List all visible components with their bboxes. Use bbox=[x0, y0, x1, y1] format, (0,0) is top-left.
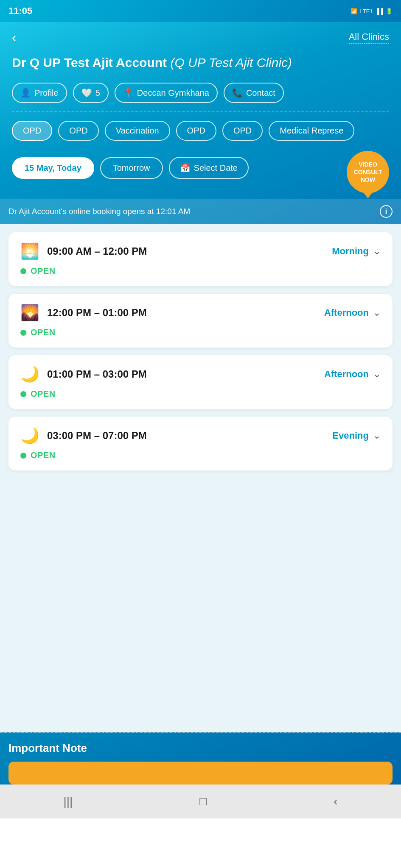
slot-left-afternoon-2: 🌙 01:00 PM – 03:00 PM bbox=[20, 365, 147, 383]
evening-chevron-icon: ⌄ bbox=[373, 430, 381, 441]
select-date-button[interactable]: 📅 Select Date bbox=[169, 157, 249, 179]
likes-chip[interactable]: 🤍 5 bbox=[73, 83, 109, 103]
main-content: 🌅 09:00 AM – 12:00 PM Morning ⌄ OPEN 🌄 1… bbox=[0, 224, 401, 732]
category-opd-1[interactable]: OPD bbox=[12, 121, 52, 141]
status-time: 11:05 bbox=[8, 6, 32, 17]
slot-card-afternoon-1[interactable]: 🌄 12:00 PM – 01:00 PM Afternoon ⌄ OPEN bbox=[8, 294, 393, 348]
evening-time: 03:00 PM – 07:00 PM bbox=[47, 430, 147, 442]
slot-header-evening: 🌙 03:00 PM – 07:00 PM Evening ⌄ bbox=[20, 427, 381, 445]
evening-open-dot bbox=[20, 453, 26, 459]
important-note-bar bbox=[8, 762, 393, 785]
likes-count: 5 bbox=[95, 88, 100, 98]
profile-chip[interactable]: 👤 Profile bbox=[12, 83, 67, 103]
category-medical[interactable]: Medical Represe bbox=[269, 121, 354, 141]
all-clinics-link[interactable]: All Clinics bbox=[349, 31, 389, 44]
tomorrow-button[interactable]: Tomorrow bbox=[100, 157, 163, 179]
clinic-name: (Q UP Test Ajit Clinic) bbox=[170, 56, 292, 70]
slot-left-evening: 🌙 03:00 PM – 07:00 PM bbox=[20, 427, 147, 445]
slot-right-afternoon-1[interactable]: Afternoon ⌄ bbox=[324, 307, 381, 318]
separator-1 bbox=[12, 111, 389, 112]
afternoon-2-label: Afternoon bbox=[324, 369, 369, 380]
morning-open-dot bbox=[20, 268, 26, 274]
afternoon-1-time: 12:00 PM – 01:00 PM bbox=[47, 307, 147, 319]
morning-label: Morning bbox=[332, 246, 369, 257]
status-icons: 📶 LTE1 ▐▐ 🔋 bbox=[351, 8, 393, 14]
slot-left-afternoon-1: 🌄 12:00 PM – 01:00 PM bbox=[20, 304, 147, 322]
category-vaccination[interactable]: Vaccination bbox=[105, 121, 170, 141]
category-opd-4[interactable]: OPD bbox=[222, 121, 263, 141]
battery-icon: 🔋 bbox=[386, 8, 393, 14]
date-row: 15 May, Today Tomorrow 📅 Select Date bbox=[12, 157, 249, 179]
video-consult-label: VIDEOCONSULTNOW bbox=[354, 161, 382, 184]
afternoon-1-label: Afternoon bbox=[324, 307, 369, 318]
booking-info-bar: Dr Ajit Account's online booking opens a… bbox=[0, 199, 401, 224]
recents-button[interactable]: ||| bbox=[63, 795, 73, 808]
evening-status: OPEN bbox=[20, 451, 381, 460]
location-label: Deccan Gymkhana bbox=[137, 88, 209, 98]
heart-icon: 🤍 bbox=[81, 88, 92, 98]
afternoon-2-open-text: OPEN bbox=[31, 389, 56, 399]
morning-icon: 🌅 bbox=[20, 242, 39, 260]
nav-row: ‹ All Clinics bbox=[12, 31, 389, 44]
morning-open-text: OPEN bbox=[31, 266, 56, 276]
select-date-label: Select Date bbox=[194, 163, 238, 173]
slot-right-morning[interactable]: Morning ⌄ bbox=[332, 246, 381, 257]
category-pills: OPD OPD Vaccination OPD OPD Medical Repr… bbox=[12, 121, 389, 141]
wifi-icon: 📶 bbox=[351, 8, 357, 14]
afternoon-2-icon: 🌙 bbox=[20, 365, 39, 383]
contact-label: Contact bbox=[246, 88, 275, 98]
phone-icon: 📞 bbox=[232, 88, 243, 98]
evening-icon: 🌙 bbox=[20, 427, 39, 445]
evening-open-text: OPEN bbox=[31, 451, 56, 460]
booking-info-text: Dr Ajit Account's online booking opens a… bbox=[8, 207, 190, 216]
home-button[interactable]: □ bbox=[199, 795, 207, 808]
important-note-title: Important Note bbox=[8, 742, 393, 755]
location-chip[interactable]: 📍 Deccan Gymkhana bbox=[115, 83, 218, 103]
morning-status: OPEN bbox=[20, 266, 381, 276]
contact-chip[interactable]: 📞 Contact bbox=[224, 83, 284, 103]
slot-header-afternoon-2: 🌙 01:00 PM – 03:00 PM Afternoon ⌄ bbox=[20, 365, 381, 383]
slot-header-afternoon-1: 🌄 12:00 PM – 01:00 PM Afternoon ⌄ bbox=[20, 304, 381, 322]
calendar-icon: 📅 bbox=[180, 163, 191, 173]
slot-card-evening[interactable]: 🌙 03:00 PM – 07:00 PM Evening ⌄ OPEN bbox=[8, 417, 393, 470]
doctor-title: Dr Q UP Test Ajit Account (Q UP Test Aji… bbox=[12, 54, 389, 71]
slot-card-morning[interactable]: 🌅 09:00 AM – 12:00 PM Morning ⌄ OPEN bbox=[8, 232, 393, 286]
chips-row: 👤 Profile 🤍 5 📍 Deccan Gymkhana 📞 Contac… bbox=[12, 83, 389, 103]
back-button[interactable]: ‹ bbox=[12, 31, 17, 44]
video-consult-button[interactable]: VIDEOCONSULTNOW bbox=[347, 151, 389, 193]
afternoon-2-open-dot bbox=[20, 391, 26, 397]
network-label: LTE1 bbox=[360, 8, 373, 14]
slot-right-afternoon-2[interactable]: Afternoon ⌄ bbox=[324, 369, 381, 380]
morning-chevron-icon: ⌄ bbox=[373, 246, 381, 257]
status-bar: 11:05 📶 LTE1 ▐▐ 🔋 bbox=[0, 0, 401, 22]
morning-time: 09:00 AM – 12:00 PM bbox=[47, 245, 147, 257]
slot-header-morning: 🌅 09:00 AM – 12:00 PM Morning ⌄ bbox=[20, 242, 381, 260]
slot-card-afternoon-2[interactable]: 🌙 01:00 PM – 03:00 PM Afternoon ⌄ OPEN bbox=[8, 355, 393, 409]
location-icon: 📍 bbox=[123, 88, 134, 98]
bottom-navigation: ||| □ ‹ bbox=[0, 785, 401, 818]
header: ‹ All Clinics Dr Q UP Test Ajit Account … bbox=[0, 22, 401, 224]
profile-icon: 👤 bbox=[20, 88, 31, 98]
afternoon-1-open-dot bbox=[20, 330, 26, 336]
afternoon-2-chevron-icon: ⌄ bbox=[373, 369, 381, 380]
profile-label: Profile bbox=[34, 88, 59, 98]
slot-left-morning: 🌅 09:00 AM – 12:00 PM bbox=[20, 242, 147, 260]
afternoon-1-chevron-icon: ⌄ bbox=[373, 307, 381, 318]
doctor-name: Dr Q UP Test Ajit Account bbox=[12, 56, 167, 70]
today-button[interactable]: 15 May, Today bbox=[12, 157, 94, 179]
afternoon-2-status: OPEN bbox=[20, 389, 381, 399]
date-video-row: 15 May, Today Tomorrow 📅 Select Date VID… bbox=[12, 151, 389, 193]
info-icon-button[interactable]: i bbox=[380, 205, 393, 218]
afternoon-1-status: OPEN bbox=[20, 328, 381, 337]
afternoon-2-time: 01:00 PM – 03:00 PM bbox=[47, 368, 147, 380]
slot-right-evening[interactable]: Evening ⌄ bbox=[332, 430, 381, 441]
category-opd-2[interactable]: OPD bbox=[58, 121, 98, 141]
important-note-section: Important Note bbox=[0, 732, 401, 785]
afternoon-1-icon: 🌄 bbox=[20, 304, 39, 322]
back-nav-button[interactable]: ‹ bbox=[334, 795, 337, 808]
category-opd-3[interactable]: OPD bbox=[176, 121, 216, 141]
signal-icon: ▐▐ bbox=[376, 8, 383, 14]
afternoon-1-open-text: OPEN bbox=[31, 328, 56, 337]
evening-label: Evening bbox=[332, 430, 369, 441]
